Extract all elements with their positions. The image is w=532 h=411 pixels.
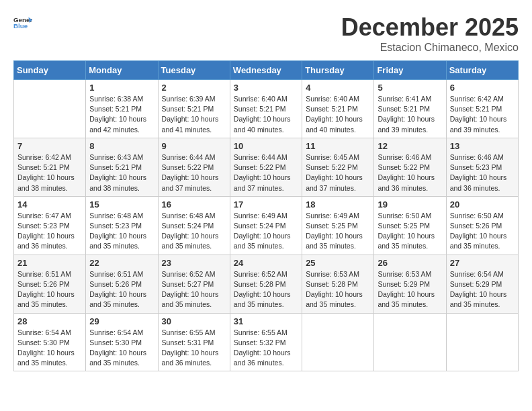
day-cell: 24Sunrise: 6:52 AM Sunset: 5:28 PM Dayli… <box>230 255 302 313</box>
day-number: 9 <box>162 141 226 151</box>
day-cell: 19Sunrise: 6:50 AM Sunset: 5:25 PM Dayli… <box>374 196 446 255</box>
day-number: 16 <box>162 199 226 210</box>
weekday-header-friday: Friday <box>374 61 446 80</box>
day-info: Sunrise: 6:46 AM Sunset: 5:23 PM Dayligh… <box>450 152 515 193</box>
day-info: Sunrise: 6:51 AM Sunset: 5:26 PM Dayligh… <box>89 269 154 310</box>
week-row-4: 21Sunrise: 6:51 AM Sunset: 5:26 PM Dayli… <box>14 255 519 313</box>
title-area: December 2025 Estacion Chimaneco, Mexico <box>341 13 519 54</box>
week-row-5: 28Sunrise: 6:54 AM Sunset: 5:30 PM Dayli… <box>14 313 519 371</box>
day-info: Sunrise: 6:49 AM Sunset: 5:24 PM Dayligh… <box>234 211 298 252</box>
day-number: 27 <box>450 258 515 268</box>
day-info: Sunrise: 6:52 AM Sunset: 5:27 PM Dayligh… <box>162 269 226 310</box>
weekday-header-thursday: Thursday <box>302 61 374 80</box>
day-cell: 2Sunrise: 6:39 AM Sunset: 5:21 PM Daylig… <box>158 80 230 138</box>
day-info: Sunrise: 6:48 AM Sunset: 5:24 PM Dayligh… <box>162 211 226 252</box>
day-cell <box>374 313 446 371</box>
day-cell: 31Sunrise: 6:55 AM Sunset: 5:32 PM Dayli… <box>230 313 302 371</box>
day-info: Sunrise: 6:44 AM Sunset: 5:22 PM Dayligh… <box>234 152 298 193</box>
day-info: Sunrise: 6:47 AM Sunset: 5:23 PM Dayligh… <box>17 211 82 252</box>
day-number: 21 <box>17 258 82 268</box>
day-number: 12 <box>378 141 442 151</box>
day-cell: 22Sunrise: 6:51 AM Sunset: 5:26 PM Dayli… <box>86 255 158 313</box>
day-number: 17 <box>234 199 298 210</box>
day-number: 13 <box>450 141 515 151</box>
day-info: Sunrise: 6:45 AM Sunset: 5:22 PM Dayligh… <box>306 152 370 193</box>
day-number: 19 <box>378 199 442 210</box>
day-info: Sunrise: 6:40 AM Sunset: 5:21 PM Dayligh… <box>234 94 298 135</box>
day-cell: 8Sunrise: 6:43 AM Sunset: 5:21 PM Daylig… <box>86 138 158 196</box>
day-number: 5 <box>378 83 442 93</box>
day-cell: 29Sunrise: 6:54 AM Sunset: 5:30 PM Dayli… <box>86 313 158 371</box>
logo-icon: General Blue <box>13 13 32 32</box>
day-number: 26 <box>378 258 442 268</box>
day-cell: 16Sunrise: 6:48 AM Sunset: 5:24 PM Dayli… <box>158 196 230 255</box>
week-row-1: 1Sunrise: 6:38 AM Sunset: 5:21 PM Daylig… <box>14 80 519 138</box>
weekday-header-monday: Monday <box>86 61 158 80</box>
day-info: Sunrise: 6:42 AM Sunset: 5:21 PM Dayligh… <box>17 152 82 193</box>
day-cell: 13Sunrise: 6:46 AM Sunset: 5:23 PM Dayli… <box>446 138 518 196</box>
weekday-header-sunday: Sunday <box>14 61 86 80</box>
day-cell: 1Sunrise: 6:38 AM Sunset: 5:21 PM Daylig… <box>86 80 158 138</box>
day-cell: 26Sunrise: 6:53 AM Sunset: 5:29 PM Dayli… <box>374 255 446 313</box>
day-cell: 4Sunrise: 6:40 AM Sunset: 5:21 PM Daylig… <box>302 80 374 138</box>
day-number: 14 <box>17 199 82 210</box>
day-cell: 18Sunrise: 6:49 AM Sunset: 5:25 PM Dayli… <box>302 196 374 255</box>
day-info: Sunrise: 6:40 AM Sunset: 5:21 PM Dayligh… <box>306 94 370 135</box>
day-info: Sunrise: 6:38 AM Sunset: 5:21 PM Dayligh… <box>89 94 154 135</box>
day-cell: 5Sunrise: 6:41 AM Sunset: 5:21 PM Daylig… <box>374 80 446 138</box>
day-info: Sunrise: 6:46 AM Sunset: 5:22 PM Dayligh… <box>378 152 442 193</box>
day-cell: 6Sunrise: 6:42 AM Sunset: 5:21 PM Daylig… <box>446 80 518 138</box>
day-number: 1 <box>89 83 154 93</box>
day-number: 4 <box>306 83 370 93</box>
day-info: Sunrise: 6:50 AM Sunset: 5:26 PM Dayligh… <box>450 211 515 252</box>
day-info: Sunrise: 6:41 AM Sunset: 5:21 PM Dayligh… <box>378 94 442 135</box>
day-number: 30 <box>162 316 226 326</box>
day-number: 7 <box>17 141 82 151</box>
day-number: 24 <box>234 258 298 268</box>
day-number: 2 <box>162 83 226 93</box>
day-cell: 7Sunrise: 6:42 AM Sunset: 5:21 PM Daylig… <box>14 138 86 196</box>
day-cell: 30Sunrise: 6:55 AM Sunset: 5:31 PM Dayli… <box>158 313 230 371</box>
day-cell <box>446 313 518 371</box>
calendar-table: SundayMondayTuesdayWednesdayThursdayFrid… <box>13 60 519 371</box>
day-info: Sunrise: 6:48 AM Sunset: 5:23 PM Dayligh… <box>89 211 154 252</box>
day-number: 29 <box>89 316 154 326</box>
day-number: 15 <box>89 199 154 210</box>
day-cell: 27Sunrise: 6:54 AM Sunset: 5:29 PM Dayli… <box>446 255 518 313</box>
day-number: 6 <box>450 83 515 93</box>
day-number: 22 <box>89 258 154 268</box>
day-info: Sunrise: 6:52 AM Sunset: 5:28 PM Dayligh… <box>234 269 298 310</box>
day-number: 11 <box>306 141 370 151</box>
day-cell: 15Sunrise: 6:48 AM Sunset: 5:23 PM Dayli… <box>86 196 158 255</box>
day-number: 28 <box>17 316 82 326</box>
day-info: Sunrise: 6:55 AM Sunset: 5:31 PM Dayligh… <box>162 328 226 369</box>
day-number: 10 <box>234 141 298 151</box>
day-cell: 12Sunrise: 6:46 AM Sunset: 5:22 PM Dayli… <box>374 138 446 196</box>
day-info: Sunrise: 6:49 AM Sunset: 5:25 PM Dayligh… <box>306 211 370 252</box>
day-number: 31 <box>234 316 298 326</box>
day-info: Sunrise: 6:54 AM Sunset: 5:29 PM Dayligh… <box>450 269 515 310</box>
day-cell: 28Sunrise: 6:54 AM Sunset: 5:30 PM Dayli… <box>14 313 86 371</box>
day-number: 8 <box>89 141 154 151</box>
day-cell: 23Sunrise: 6:52 AM Sunset: 5:27 PM Dayli… <box>158 255 230 313</box>
day-number: 23 <box>162 258 226 268</box>
day-number: 25 <box>306 258 370 268</box>
day-number: 3 <box>234 83 298 93</box>
weekday-header-saturday: Saturday <box>446 61 518 80</box>
header: General Blue December 2025 Estacion Chim… <box>13 13 519 54</box>
day-number: 18 <box>306 199 370 210</box>
day-info: Sunrise: 6:51 AM Sunset: 5:26 PM Dayligh… <box>17 269 82 310</box>
day-cell: 25Sunrise: 6:53 AM Sunset: 5:28 PM Dayli… <box>302 255 374 313</box>
day-info: Sunrise: 6:53 AM Sunset: 5:29 PM Dayligh… <box>378 269 442 310</box>
day-info: Sunrise: 6:43 AM Sunset: 5:21 PM Dayligh… <box>89 152 154 193</box>
logo: General Blue <box>13 13 32 32</box>
weekday-header-tuesday: Tuesday <box>158 61 230 80</box>
day-info: Sunrise: 6:54 AM Sunset: 5:30 PM Dayligh… <box>89 328 154 369</box>
day-cell: 21Sunrise: 6:51 AM Sunset: 5:26 PM Dayli… <box>14 255 86 313</box>
weekday-header-row: SundayMondayTuesdayWednesdayThursdayFrid… <box>14 61 519 80</box>
day-info: Sunrise: 6:54 AM Sunset: 5:30 PM Dayligh… <box>17 328 82 369</box>
month-title: December 2025 <box>341 13 519 42</box>
week-row-3: 14Sunrise: 6:47 AM Sunset: 5:23 PM Dayli… <box>14 196 519 255</box>
day-info: Sunrise: 6:55 AM Sunset: 5:32 PM Dayligh… <box>234 328 298 369</box>
day-info: Sunrise: 6:42 AM Sunset: 5:21 PM Dayligh… <box>450 94 515 135</box>
